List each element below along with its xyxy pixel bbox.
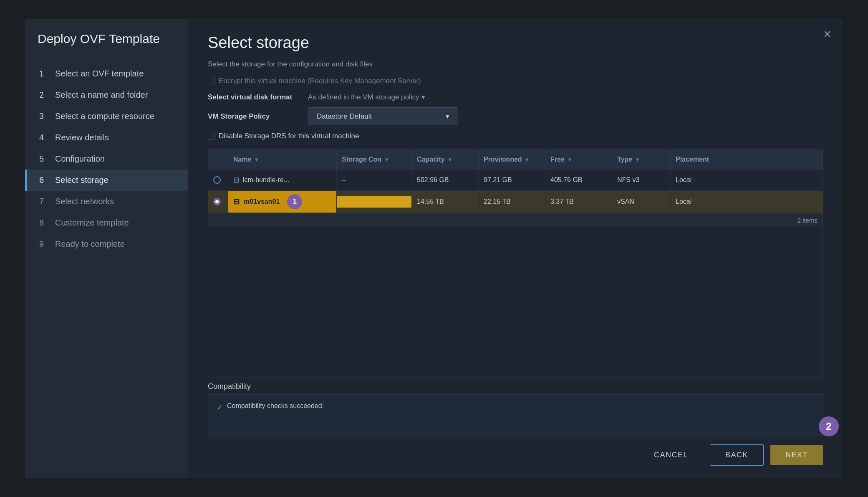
sidebar: Deploy OVF Template 1 Select an OVF temp… xyxy=(25,19,188,478)
sort-icon-free: ▼ xyxy=(567,157,573,163)
sort-icon-provisioned: ▼ xyxy=(525,157,530,163)
encrypt-row: Encrypt this virtual machine (Requires K… xyxy=(208,77,823,85)
col-radio xyxy=(208,150,228,169)
row1-free: 405.76 GB xyxy=(545,170,612,190)
sidebar-item-4[interactable]: 4 Review details xyxy=(25,127,188,148)
step-num-6: 6 xyxy=(39,175,49,185)
col-capacity[interactable]: Capacity ▼ xyxy=(412,150,479,169)
row1-capacity: 502.96 GB xyxy=(412,170,479,190)
badge-1: 1 xyxy=(287,194,302,209)
compatibility-box: ✓ Compatibility checks succeeded. xyxy=(208,394,823,436)
col-provisioned[interactable]: Provisioned ▼ xyxy=(479,150,545,169)
row2-placement: Local xyxy=(671,192,721,211)
row2-type: vSAN xyxy=(612,192,671,211)
datastore-icon-2: ⊟ xyxy=(233,197,240,206)
sidebar-item-7[interactable]: 7 Select networks xyxy=(25,191,188,212)
vm-storage-policy-row: VM Storage Policy Datastore Default ▾ xyxy=(208,107,823,125)
sidebar-item-label-7: Select networks xyxy=(55,197,114,206)
step-num-8: 8 xyxy=(39,218,49,228)
disable-drs-label: Disable Storage DRS for this virtual mac… xyxy=(219,132,359,140)
sidebar-item-label-2: Select a name and folder xyxy=(55,90,148,100)
table-row[interactable]: ⊟ m01vsan01 1 14.55 TB 22.15 TB 3.37 TB … xyxy=(208,191,823,213)
sidebar-item-label-3: Select a compute resource xyxy=(55,112,154,121)
sort-icon-name: ▼ xyxy=(254,157,260,163)
vm-storage-policy-label: VM Storage Policy xyxy=(208,112,300,121)
sort-icon-storage-con: ▼ xyxy=(384,157,389,163)
deploy-ovf-dialog: Deploy OVF Template 1 Select an OVF temp… xyxy=(25,19,843,478)
sidebar-item-label-4: Review details xyxy=(55,133,109,142)
page-title: Select storage xyxy=(208,34,823,52)
page-subtitle: Select the storage for the configuration… xyxy=(208,60,823,68)
table-row[interactable]: ⊟ lcm-bundle-re... -- 502.96 GB 97.21 GB… xyxy=(208,170,823,191)
step-num-5: 5 xyxy=(39,154,49,164)
sidebar-item-3[interactable]: 3 Select a compute resource xyxy=(25,106,188,127)
disable-drs-checkbox[interactable] xyxy=(208,133,214,139)
main-content: × Select storage Select the storage for … xyxy=(188,19,843,478)
sort-icon-capacity: ▼ xyxy=(447,157,453,163)
sidebar-item-label-5: Configuration xyxy=(55,154,105,164)
dialog-title: Deploy OVF Template xyxy=(25,31,188,63)
radio-btn-2[interactable] xyxy=(213,198,221,205)
cancel-button[interactable]: CANCEL xyxy=(639,445,703,465)
chevron-down-icon-2: ▾ xyxy=(446,112,449,121)
table-body: ⊟ lcm-bundle-re... -- 502.96 GB 97.21 GB… xyxy=(208,170,823,213)
col-free[interactable]: Free ▼ xyxy=(545,150,612,169)
row1-name: ⊟ lcm-bundle-re... xyxy=(228,170,337,190)
sidebar-item-6[interactable]: 6 Select storage xyxy=(25,170,188,191)
sidebar-item-1[interactable]: 1 Select an OVF template xyxy=(25,63,188,84)
step-num-4: 4 xyxy=(39,133,49,142)
dialog-footer: CANCEL BACK NEXT xyxy=(208,436,823,466)
sidebar-item-label-8: Customize template xyxy=(55,218,129,228)
row1-provisioned: 97.21 GB xyxy=(479,170,545,190)
col-placement[interactable]: Placement xyxy=(671,150,721,169)
virtual-disk-format-label: Select virtual disk format xyxy=(208,93,300,101)
step-num-1: 1 xyxy=(39,69,49,79)
sidebar-item-label-9: Ready to complete xyxy=(55,239,125,249)
col-storage-con[interactable]: Storage Con ▼ xyxy=(337,150,412,169)
selected-name-cell: ⊟ m01vsan01 1 xyxy=(228,191,336,213)
row2-provisioned: 22.15 TB xyxy=(479,192,545,211)
datastore-icon-1: ⊟ xyxy=(233,175,240,185)
row2-storage-con xyxy=(337,196,412,208)
compatibility-section: Compatibility ✓ Compatibility checks suc… xyxy=(208,382,823,436)
row2-radio[interactable] xyxy=(208,192,228,211)
step-num-9: 9 xyxy=(39,239,49,249)
compatibility-message: Compatibility checks succeeded. xyxy=(227,402,324,410)
sidebar-item-2[interactable]: 2 Select a name and folder xyxy=(25,84,188,106)
next-button[interactable]: NEXT xyxy=(770,445,823,465)
sidebar-item-8[interactable]: 8 Customize template xyxy=(25,212,188,233)
row1-type: NFS v3 xyxy=(612,170,671,190)
encrypt-checkbox[interactable] xyxy=(208,78,214,84)
virtual-disk-format-row: Select virtual disk format As defined in… xyxy=(208,93,823,101)
sidebar-item-label-6: Select storage xyxy=(55,175,108,185)
step-num-2: 2 xyxy=(39,90,49,100)
badge-2: 2 xyxy=(819,416,839,436)
storage-table: Name ▼ Storage Con ▼ Capacity ▼ Provisio… xyxy=(208,150,823,378)
back-button[interactable]: BACK xyxy=(710,444,764,466)
close-button[interactable]: × xyxy=(823,27,831,41)
step-num-3: 3 xyxy=(39,112,49,121)
table-header: Name ▼ Storage Con ▼ Capacity ▼ Provisio… xyxy=(208,150,823,170)
row2-free: 3.37 TB xyxy=(545,192,612,211)
row1-storage-con: -- xyxy=(337,170,412,190)
disable-drs-row: Disable Storage DRS for this virtual mac… xyxy=(208,132,823,140)
compatibility-title: Compatibility xyxy=(208,382,823,391)
sidebar-item-label-1: Select an OVF template xyxy=(55,69,144,79)
col-name[interactable]: Name ▼ xyxy=(228,150,337,169)
row2-capacity: 14.55 TB xyxy=(412,192,479,211)
chevron-down-icon: ▾ xyxy=(421,93,425,101)
row2-name: ⊟ m01vsan01 1 xyxy=(228,191,337,213)
encrypt-label: Encrypt this virtual machine (Requires K… xyxy=(219,77,421,85)
virtual-disk-format-value[interactable]: As defined in the VM storage policy ▾ xyxy=(308,93,425,101)
sidebar-item-9[interactable]: 9 Ready to complete xyxy=(25,233,188,255)
check-icon: ✓ xyxy=(217,403,223,412)
radio-btn-1[interactable] xyxy=(213,176,221,184)
items-count: 2 items xyxy=(797,217,818,224)
table-footer: 2 items xyxy=(208,213,823,227)
col-type[interactable]: Type ▼ xyxy=(612,150,671,169)
sidebar-item-5[interactable]: 5 Configuration xyxy=(25,148,188,170)
row1-radio[interactable] xyxy=(208,170,228,190)
step-num-7: 7 xyxy=(39,197,49,206)
vm-storage-policy-select[interactable]: Datastore Default ▾ xyxy=(308,107,458,125)
sort-icon-type: ▼ xyxy=(635,157,640,163)
